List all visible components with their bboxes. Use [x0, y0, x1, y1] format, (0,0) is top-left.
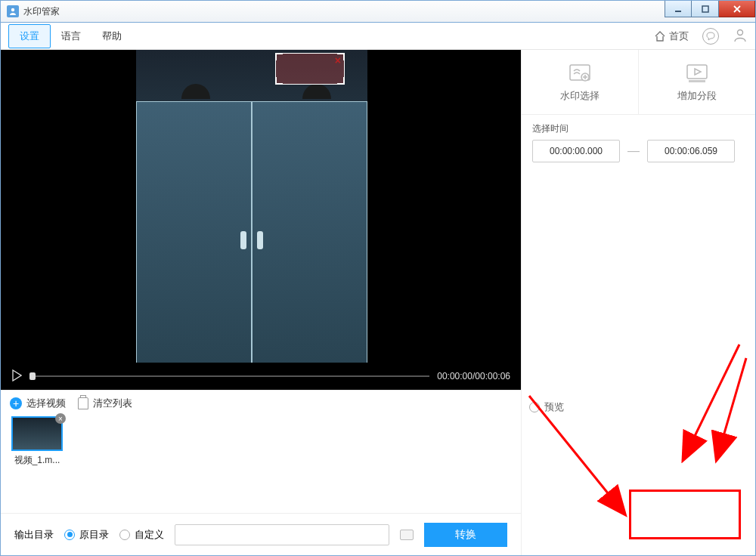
app-frame: 设置 语言 帮助 首页 [0, 23, 756, 556]
thumb-name: 视频_1.m... [10, 454, 64, 467]
output-label: 输出目录 [14, 528, 54, 542]
video-list: + 选择视频 清空列表 × 视频_1.m... [1, 390, 521, 513]
tool-watermark-select[interactable]: 水印选择 [522, 50, 639, 114]
radio-icon [64, 530, 75, 540]
playback-bar: 00:00:00/00:00:06 [1, 363, 521, 390]
output-row: 输出目录 原目录 自定义 转换 [1, 513, 521, 555]
convert-button[interactable]: 转换 [424, 523, 507, 547]
menu-help[interactable]: 帮助 [91, 25, 132, 48]
preview-label: 预览 [544, 400, 564, 414]
video-frame: × [136, 50, 367, 390]
side-panel: 水印选择 增加分段 选择时间 00:00:00.000 — 00:00:06.0… [521, 50, 755, 555]
time-display: 00:00:00/00:00:06 [437, 371, 510, 381]
video-content-b [302, 84, 331, 99]
remove-thumb-icon[interactable]: × [55, 413, 66, 424]
video-content-doors [136, 101, 367, 391]
time-start-input[interactable]: 00:00:00.000 [532, 140, 620, 162]
thumb-image: × [11, 416, 63, 451]
seek-track[interactable] [29, 375, 429, 377]
add-segment-label: 增加分段 [677, 89, 717, 103]
time-separator: — [627, 144, 640, 158]
chat-icon[interactable] [702, 28, 719, 45]
browse-folder-icon[interactable] [400, 530, 414, 540]
titlebar: 水印管家 [0, 0, 756, 23]
video-thumb[interactable]: × 视频_1.m... [10, 416, 64, 467]
trash-icon [78, 397, 88, 409]
close-button[interactable] [719, 1, 755, 17]
time-label: 选择时间 [532, 122, 745, 135]
select-video-button[interactable]: + 选择视频 [10, 397, 66, 410]
menubar: 设置 语言 帮助 首页 [1, 23, 755, 50]
svg-point-0 [11, 8, 14, 11]
menu-language[interactable]: 语言 [51, 25, 91, 48]
home-label: 首页 [669, 29, 689, 43]
same-dir-label: 原目录 [79, 528, 109, 542]
clear-list-button[interactable]: 清空列表 [78, 397, 132, 410]
user-icon[interactable] [733, 27, 748, 45]
remove-selection-icon[interactable]: × [335, 55, 341, 66]
svg-rect-6 [687, 65, 707, 79]
tool-add-segment[interactable]: 增加分段 [639, 50, 755, 114]
time-end-input[interactable]: 00:00:06.059 [647, 140, 735, 162]
svg-point-3 [738, 29, 743, 35]
home-link[interactable]: 首页 [654, 29, 689, 43]
app-icon [7, 5, 19, 17]
preview-toggle[interactable]: 预览 [522, 394, 572, 420]
watermark-select-label: 水印选择 [560, 89, 600, 103]
svg-rect-1 [675, 11, 681, 12]
watermark-selection-box[interactable]: × [275, 53, 345, 85]
clear-list-label: 清空列表 [93, 397, 132, 410]
radio-icon [119, 530, 130, 540]
window-title: 水印管家 [23, 5, 60, 18]
plus-icon: + [10, 397, 22, 409]
select-video-label: 选择视频 [26, 397, 66, 410]
time-section: 选择时间 00:00:00.000 — 00:00:06.059 [522, 115, 755, 170]
custom-label: 自定义 [135, 528, 164, 542]
window-controls [665, 1, 755, 22]
svg-rect-7 [689, 80, 705, 82]
radio-same-dir[interactable]: 原目录 [64, 528, 109, 542]
radio-icon [529, 402, 540, 412]
maximize-button[interactable] [692, 1, 719, 17]
video-content-a [181, 84, 210, 99]
video-preview[interactable]: × 00:00:00/00:00:06 [1, 50, 521, 390]
radio-custom[interactable]: 自定义 [119, 528, 164, 542]
minimize-button[interactable] [665, 1, 692, 17]
play-button[interactable] [11, 369, 22, 384]
svg-rect-2 [702, 6, 708, 12]
menu-settings[interactable]: 设置 [8, 24, 51, 48]
output-path-input[interactable] [175, 524, 389, 545]
